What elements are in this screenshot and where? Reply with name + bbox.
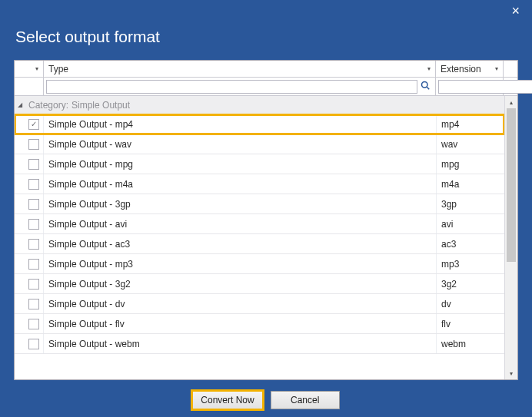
row-check-cell: [15, 174, 44, 194]
row-checkbox[interactable]: ✓: [28, 119, 39, 130]
scroll-down-icon[interactable]: ▾: [505, 367, 517, 379]
row-type-label: Simple Output - webm: [48, 339, 140, 349]
table-row[interactable]: Simple Output - dvdv: [15, 294, 504, 314]
table-row[interactable]: Simple Output - 3g23g2: [15, 274, 504, 294]
row-type-cell: Simple Output - 3gp: [44, 194, 437, 213]
row-check-cell: ✓: [15, 114, 44, 134]
row-ext-label: webm: [441, 339, 466, 349]
row-checkbox[interactable]: [28, 239, 39, 250]
filter-type-input[interactable]: [46, 80, 417, 94]
row-ext-label: ac3: [441, 239, 456, 250]
category-name: Simple Output: [71, 100, 130, 111]
row-ext-cell: avi: [437, 214, 504, 233]
row-ext-label: mpg: [441, 159, 459, 170]
table-row[interactable]: Simple Output - ac3ac3: [15, 234, 504, 254]
row-check-cell: [15, 254, 44, 273]
close-icon: ×: [511, 3, 520, 18]
row-ext-cell: 3gp: [437, 194, 504, 213]
row-ext-label: 3gp: [441, 199, 457, 210]
cancel-button[interactable]: Cancel: [271, 391, 340, 409]
table-row[interactable]: Simple Output - 3gp3gp: [15, 194, 504, 214]
dialog-footer: Convert Now Cancel: [0, 383, 532, 417]
row-type-label: Simple Output - 3gp: [48, 199, 131, 210]
row-ext-label: flv: [441, 319, 451, 329]
table-row[interactable]: Simple Output - m4am4a: [15, 174, 504, 194]
filter-scroll-spacer: [504, 78, 517, 95]
row-ext-cell: flv: [437, 314, 504, 333]
grid-body-wrap: ◢ Category: Simple Output ✓Simple Output…: [15, 96, 517, 379]
row-type-cell: Simple Output - mpg: [44, 154, 437, 174]
category-prefix: Category:: [28, 100, 68, 111]
row-checkbox[interactable]: [28, 259, 39, 270]
row-checkbox[interactable]: [28, 279, 39, 290]
vertical-scrollbar[interactable]: ▴ ▾: [504, 96, 517, 379]
dialog-title: Select output format: [0, 0, 532, 57]
row-check-cell: [15, 274, 44, 293]
table-row[interactable]: Simple Output - mpgmpg: [15, 154, 504, 174]
row-checkbox[interactable]: [28, 339, 39, 349]
row-type-cell: Simple Output - avi: [44, 214, 437, 233]
grid: ▾ Type ▾ Extension ▾: [15, 61, 517, 379]
row-ext-label: m4a: [441, 179, 459, 190]
table-row[interactable]: Simple Output - flvflv: [15, 314, 504, 334]
scroll-up-icon[interactable]: ▴: [505, 96, 517, 108]
header-type[interactable]: Type ▾: [44, 61, 436, 77]
svg-point-0: [422, 82, 428, 88]
table-row[interactable]: Simple Output - webmwebm: [15, 334, 504, 354]
row-type-label: Simple Output - m4a: [48, 179, 133, 190]
row-ext-cell: wav: [437, 134, 504, 154]
convert-now-button[interactable]: Convert Now: [192, 391, 262, 409]
row-type-cell: Simple Output - dv: [44, 294, 437, 313]
row-type-cell: Simple Output - m4a: [44, 174, 437, 194]
row-check-cell: [15, 194, 44, 213]
row-type-cell: Simple Output - mp4: [44, 114, 437, 134]
table-row[interactable]: ✓Simple Output - mp4mp4: [15, 114, 504, 134]
close-button[interactable]: ×: [507, 3, 524, 18]
header-extension[interactable]: Extension ▾: [436, 61, 504, 77]
search-icon[interactable]: [421, 81, 430, 92]
row-ext-cell: dv: [437, 294, 504, 313]
row-type-label: Simple Output - wav: [48, 139, 131, 150]
filter-ext-cell: [436, 78, 504, 95]
row-ext-label: 3g2: [441, 279, 457, 290]
row-ext-cell: mp3: [437, 254, 504, 273]
grid-panel: ▾ Type ▾ Extension ▾: [14, 60, 518, 380]
table-row[interactable]: Simple Output - wavwav: [15, 134, 504, 154]
row-checkbox[interactable]: [28, 319, 39, 329]
row-check-cell: [15, 234, 44, 253]
table-row[interactable]: Simple Output - mp3mp3: [15, 254, 504, 274]
row-checkbox[interactable]: [28, 199, 39, 210]
dialog-window: × Select output format ▾ Type ▾ Extensio…: [0, 0, 532, 417]
row-type-label: Simple Output - mp4: [48, 119, 133, 130]
row-check-cell: [15, 154, 44, 174]
row-checkbox[interactable]: [28, 219, 39, 230]
row-type-label: Simple Output - dv: [48, 299, 125, 309]
row-check-cell: [15, 214, 44, 233]
row-check-cell: [15, 314, 44, 333]
row-ext-cell: mp4: [437, 114, 504, 134]
row-type-cell: Simple Output - flv: [44, 314, 437, 333]
row-ext-cell: mpg: [437, 154, 504, 174]
filter-ext-input[interactable]: [438, 80, 532, 94]
row-ext-cell: webm: [437, 334, 504, 353]
row-ext-cell: ac3: [437, 234, 504, 253]
filter-check-cell: [15, 78, 44, 95]
row-checkbox[interactable]: [28, 179, 39, 190]
table-row[interactable]: Simple Output - aviavi: [15, 214, 504, 234]
row-checkbox[interactable]: [28, 139, 39, 150]
row-type-label: Simple Output - mpg: [48, 159, 133, 170]
scroll-thumb[interactable]: [507, 108, 516, 262]
header-extension-label: Extension: [441, 64, 481, 74]
row-checkbox[interactable]: [28, 299, 39, 309]
chevron-down-icon: ▾: [427, 65, 431, 72]
row-type-cell: Simple Output - ac3: [44, 234, 437, 253]
row-check-cell: [15, 294, 44, 313]
header-type-label: Type: [48, 64, 68, 74]
row-type-label: Simple Output - 3g2: [48, 279, 131, 290]
collapse-icon[interactable]: ◢: [18, 101, 22, 108]
chevron-down-icon: ▾: [495, 65, 498, 72]
category-row[interactable]: ◢ Category: Simple Output: [15, 96, 504, 114]
row-checkbox[interactable]: [28, 159, 39, 170]
row-type-cell: Simple Output - webm: [44, 334, 437, 353]
header-check-col[interactable]: ▾: [15, 61, 44, 77]
